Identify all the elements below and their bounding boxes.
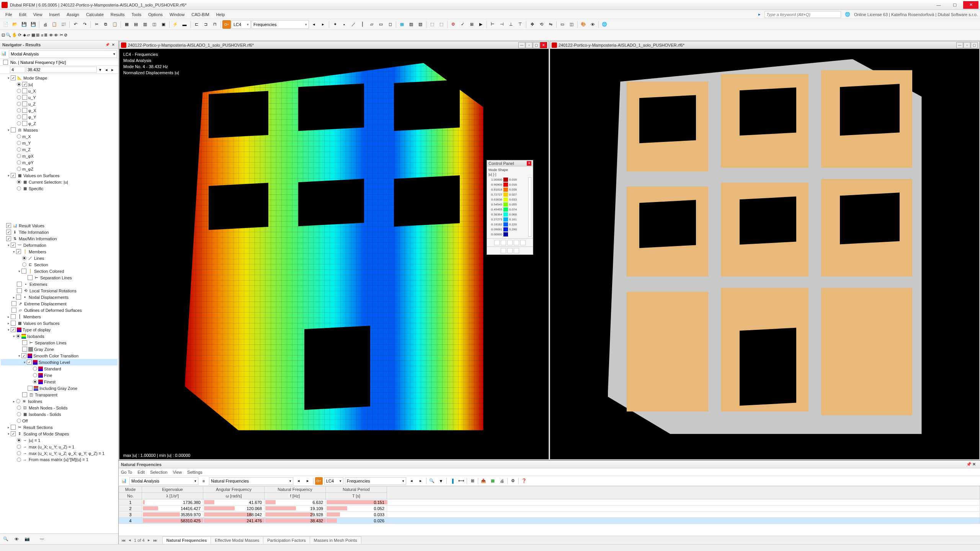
u-radio[interactable] [17, 82, 21, 86]
view-max-icon[interactable]: ▢ [971, 42, 978, 48]
bp-results-toggle[interactable]: O+ [315, 477, 323, 485]
cp-btn4-icon[interactable] [514, 240, 519, 245]
menu-cadbim[interactable]: CAD-BIM [188, 11, 212, 18]
report-icon[interactable]: 📋 [50, 20, 59, 29]
freq-prev-icon[interactable]: ◂ [104, 67, 109, 72]
freq-next-icon[interactable]: ▸ [110, 67, 115, 72]
tab-participation-factors[interactable]: Participation Factors [263, 536, 310, 544]
clip-icon[interactable]: ✂ [60, 33, 63, 37]
dim3-icon[interactable]: ⊥ [507, 20, 515, 29]
bp-combo4[interactable]: Frequencies [345, 477, 406, 485]
mesh-icon[interactable]: ⊞ [467, 20, 476, 29]
layer2-icon[interactable]: ≣ [44, 33, 47, 37]
visibilities-icon[interactable]: 👁 [588, 20, 597, 29]
bp-edit[interactable]: Edit [137, 470, 145, 474]
visibility1-icon[interactable]: 👁 [49, 33, 53, 37]
bp-settings[interactable]: Settings [187, 470, 203, 474]
next-lc-icon[interactable]: ▸ [319, 20, 327, 29]
bp-prev-icon[interactable]: ◂ [295, 477, 302, 485]
view-close-icon[interactable]: ✕ [540, 42, 547, 48]
cp-bbtn1-icon[interactable] [501, 248, 506, 253]
mirror-icon[interactable]: ⇋ [546, 20, 555, 29]
zoom-all-icon[interactable]: ⊡ [2, 33, 5, 37]
workplane-icon[interactable]: ▦ [122, 20, 131, 29]
calc-icon[interactable]: ⚙ [449, 20, 457, 29]
star-icon[interactable]: ✦ [331, 20, 339, 29]
ux-radio[interactable] [17, 89, 21, 93]
view-y-icon[interactable]: ⬚ [437, 20, 446, 29]
iso-icon[interactable]: ◈ [23, 33, 26, 37]
view-restore-icon[interactable]: ▫ [526, 42, 532, 48]
bp-pin-icon[interactable]: 📌 [966, 462, 972, 467]
cut-icon[interactable]: ✂ [92, 20, 101, 29]
menu-calculate[interactable]: Calculate [83, 11, 107, 18]
tab-natural-frequencies[interactable]: Natural Frequencies [162, 536, 211, 544]
cp-btn2-icon[interactable] [501, 240, 506, 245]
nav-btm-4-icon[interactable]: 〰 [38, 535, 46, 543]
zoom-win-icon[interactable]: 🔍 [6, 33, 11, 37]
uz-radio[interactable] [17, 102, 21, 106]
bp-relation-icon[interactable]: ⟷ [457, 477, 465, 485]
navigator-tree[interactable]: ▾✓📐Mode Shape ✓|u| u_X u_Y u_Z φ_X φ_Y φ… [0, 74, 118, 533]
bp-combo3[interactable]: LC4 [324, 477, 343, 485]
loadcase-combo[interactable]: LC4 [232, 20, 251, 29]
new-icon[interactable]: 📄 [2, 20, 10, 29]
menu-assign[interactable]: Assign [64, 11, 82, 18]
bottom-grid[interactable]: Mode Eigenvalue Angular Frequency Natura… [119, 486, 980, 536]
copy-icon[interactable]: ⧉ [101, 20, 110, 29]
colors-icon[interactable]: 🎨 [579, 20, 588, 29]
uy-radio[interactable] [17, 95, 21, 99]
bp-excel-icon[interactable]: ▦ [489, 477, 497, 485]
dim4-icon[interactable]: ⊤ [516, 20, 524, 29]
section-icon[interactable]: ⊘ [64, 33, 67, 37]
select2-icon[interactable]: ◫ [567, 20, 576, 29]
viewport-left[interactable]: LC4 - Frequencies Modal Analysis Mode No… [119, 49, 549, 459]
mode-shape-check[interactable]: ✓ [11, 75, 16, 80]
nav-btm-3-icon[interactable]: 📷 [23, 535, 31, 543]
bp-last-icon[interactable]: ⏭ [152, 538, 158, 543]
bp-find-icon[interactable]: 🔍 [428, 477, 436, 485]
phiz-radio[interactable] [17, 121, 21, 126]
snapleft-icon[interactable]: ⊏ [192, 20, 201, 29]
freq-dropdown-icon[interactable]: ▾ [98, 67, 103, 72]
display-icon[interactable]: ▦ [398, 20, 406, 29]
print-icon[interactable]: 🖨 [41, 20, 49, 29]
bp-selection[interactable]: Selection [150, 470, 167, 474]
dim1-icon[interactable]: ⊢ [488, 20, 497, 29]
cp-btn1-icon[interactable] [494, 240, 500, 245]
maximize-button[interactable]: ▢ [947, 1, 962, 9]
loadtype-combo[interactable]: Frequencies [252, 20, 309, 29]
viewport-right[interactable] [550, 49, 979, 459]
saveall-icon[interactable]: 💾 [29, 20, 38, 29]
grid2-icon[interactable]: ▥ [141, 20, 149, 29]
minimize-button[interactable]: — [931, 1, 946, 9]
workplane2-icon[interactable]: ▦ [31, 33, 35, 37]
menu-file[interactable]: File [2, 11, 15, 18]
cp-bbtn2-icon[interactable] [507, 248, 513, 253]
menu-insert[interactable]: Insert [46, 11, 63, 18]
nav-btm-1-icon[interactable]: 🔍 [2, 535, 10, 543]
menu-tools[interactable]: Tools [128, 11, 144, 18]
keyword-search-input[interactable] [764, 11, 841, 18]
nav-analysis-combo[interactable]: Modal Analysis [9, 50, 117, 58]
view-min-icon[interactable]: — [956, 42, 963, 48]
cp-btn3-icon[interactable] [507, 240, 513, 245]
menu-window[interactable]: Window [167, 11, 188, 18]
mode-no-input[interactable] [10, 67, 25, 73]
opening-icon[interactable]: ◻ [386, 20, 394, 29]
printout-icon[interactable]: 📰 [59, 20, 68, 29]
view-min-icon[interactable]: — [518, 42, 525, 48]
bp-first-icon[interactable]: ⏮ [120, 538, 127, 543]
bp-prev2-icon[interactable]: ◂ [408, 477, 415, 485]
close-button[interactable]: ✕ [963, 1, 978, 9]
bp-table-icon[interactable]: ⊞ [469, 477, 476, 485]
menu-view[interactable]: View [30, 11, 46, 18]
vos-check[interactable]: ✓ [11, 173, 16, 178]
bp-goto[interactable]: Go To [121, 470, 132, 474]
bp-filter-icon[interactable]: ▼ [437, 477, 445, 485]
calc2-icon[interactable]: ▶ [477, 20, 485, 29]
bp-view[interactable]: View [173, 470, 182, 474]
member-icon[interactable]: ⎮ [358, 20, 367, 29]
snapmid-icon[interactable]: ⊐ [201, 20, 210, 29]
line-icon[interactable]: ／ [349, 20, 358, 29]
